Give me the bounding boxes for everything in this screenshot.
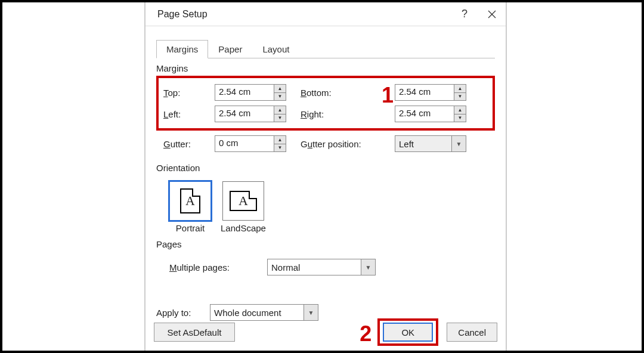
- chevron-down-icon: ▼: [361, 259, 375, 275]
- close-icon: [488, 10, 496, 18]
- callout-number-1: 1: [382, 83, 394, 108]
- label-right: Right:: [301, 109, 395, 119]
- spinner-arrows[interactable]: ▲▼: [274, 85, 286, 100]
- label-bottom: Bottom:: [301, 88, 395, 98]
- screenshot-frame: Page Setup ? Margins Paper Layout Margin…: [0, 0, 644, 353]
- label-gutter-position: Gutter position:: [301, 139, 395, 149]
- value-gutter: 0 cm: [215, 136, 274, 151]
- titlebar: Page Setup ?: [145, 2, 506, 26]
- chevron-down-icon: ▼: [451, 136, 466, 151]
- input-gutter[interactable]: 0 cm ▲▼: [215, 135, 286, 152]
- label-landscape: LandScape: [221, 223, 266, 233]
- select-gutter-position[interactable]: Left ▼: [395, 135, 466, 152]
- value-margin-right: 2.54 cm: [395, 106, 454, 122]
- input-margin-bottom[interactable]: 2.54 cm ▲▼: [395, 84, 466, 101]
- tab-strip: Margins Paper Layout: [156, 37, 495, 58]
- close-button[interactable]: [478, 2, 506, 26]
- callout-number-2: 2: [360, 321, 371, 346]
- orientation-landscape[interactable]: A LandScape: [221, 181, 266, 233]
- label-multiple-pages: Multiple pages:: [169, 262, 253, 273]
- callout-box-1: Top: 2.54 cm ▲▼ Bottom: 2.54 cm ▲▼ Left:: [156, 76, 495, 131]
- landscape-icon: A: [222, 181, 264, 221]
- spinner-arrows[interactable]: ▲▼: [274, 106, 286, 122]
- tab-margins[interactable]: Margins: [156, 40, 208, 58]
- spinner-arrows[interactable]: ▲▼: [454, 85, 466, 100]
- dialog-button-row: Set As Default 2 OK Cancel: [145, 311, 506, 346]
- pages-group-label: Pages: [156, 239, 495, 249]
- label-top: Top:: [163, 88, 215, 98]
- spinner-arrows[interactable]: ▲▼: [454, 106, 466, 122]
- portrait-icon: A: [169, 181, 211, 221]
- ok-button[interactable]: OK: [383, 323, 433, 342]
- callout-box-2: OK: [377, 318, 438, 346]
- page-setup-dialog: Page Setup ? Margins Paper Layout Margin…: [144, 2, 507, 352]
- label-left: Left:: [163, 109, 215, 119]
- value-margin-bottom: 2.54 cm: [395, 85, 454, 100]
- tab-layout[interactable]: Layout: [252, 40, 299, 58]
- label-gutter: Gutter:: [163, 139, 215, 149]
- input-margin-top[interactable]: 2.54 cm ▲▼: [215, 84, 286, 101]
- dialog-title: Page Setup: [157, 9, 208, 20]
- select-multiple-pages[interactable]: Normal ▼: [267, 259, 376, 275]
- margins-group-label: Margins: [156, 63, 495, 73]
- input-margin-left[interactable]: 2.54 cm ▲▼: [215, 106, 286, 122]
- input-margin-right[interactable]: 2.54 cm ▲▼: [395, 106, 466, 122]
- orientation-options: A Portrait A LandScape: [156, 175, 495, 234]
- value-margin-left: 2.54 cm: [215, 106, 274, 122]
- set-as-default-button[interactable]: Set As Default: [154, 323, 235, 342]
- label-portrait: Portrait: [176, 223, 205, 233]
- dialog-content: Margins Paper Layout Margins Top: 2.54 c…: [145, 26, 506, 321]
- tab-paper[interactable]: Paper: [208, 40, 252, 58]
- value-multiple-pages: Normal: [268, 262, 361, 273]
- spinner-arrows[interactable]: ▲▼: [274, 136, 286, 151]
- value-margin-top: 2.54 cm: [215, 85, 274, 100]
- help-button[interactable]: ?: [451, 2, 478, 26]
- orientation-group-label: Orientation: [156, 163, 495, 173]
- value-gutter-position: Left: [395, 136, 451, 151]
- orientation-portrait[interactable]: A Portrait: [169, 181, 211, 233]
- cancel-button[interactable]: Cancel: [447, 323, 497, 342]
